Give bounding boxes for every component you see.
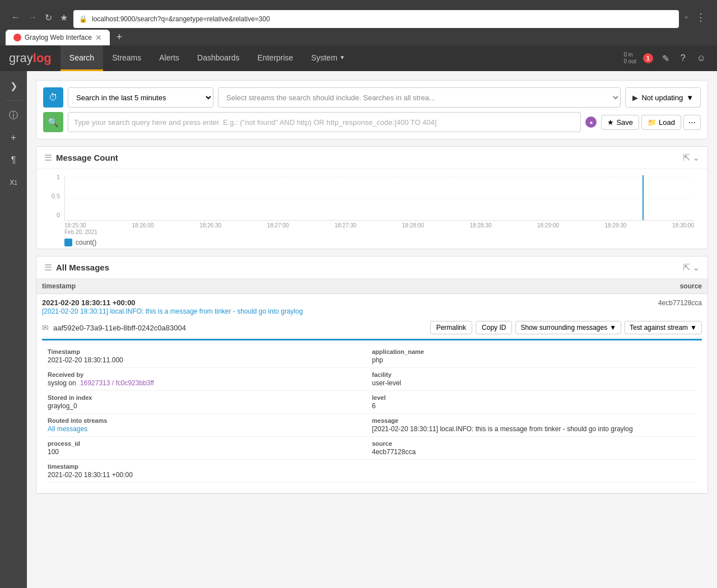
test-against-stream-btn[interactable]: Test against stream ▼	[625, 321, 702, 334]
field-facility: facility user-level	[372, 368, 696, 391]
x-axis-label-9: 18:30:00	[672, 222, 694, 228]
show-surrounding-btn[interactable]: Show surrounding messages ▼	[515, 321, 621, 334]
logo-gray: gray	[9, 51, 33, 66]
tab-close-button[interactable]: ✕	[95, 33, 102, 42]
all-messages-expand-icon[interactable]: ⇱	[683, 262, 690, 273]
y-axis-max: 1	[57, 174, 60, 180]
drag-icon: ☰	[44, 153, 52, 163]
time-range-select[interactable]: Search in the last 5 minutes	[68, 87, 213, 108]
message-count-card: ☰ Message Count ⇱ ⌄ 1 0.5 0	[36, 146, 708, 249]
nav-item-alerts[interactable]: Alerts	[150, 45, 188, 71]
message-top: 2021-02-20 18:30:11 +00:00 4ecb77128cca …	[36, 294, 707, 318]
x-axis-label-5: 18:28:00	[402, 222, 424, 228]
x-axis-label-4: 18:27:30	[334, 222, 356, 228]
message-row: 2021-02-20 18:30:11 +00:00 4ecb77128cca …	[36, 294, 707, 493]
nav-item-search[interactable]: Search	[60, 45, 103, 71]
nav-item-dashboards[interactable]: Dashboards	[188, 45, 249, 71]
search-execute-btn[interactable]: 🔍	[43, 112, 63, 132]
chart-container: 1 0.5 0	[36, 169, 707, 249]
time-range-toggle-btn[interactable]: ⏱	[43, 87, 63, 108]
info-btn[interactable]: ⓘ	[3, 105, 24, 125]
paragraph-btn[interactable]: ¶	[3, 150, 24, 170]
x-axis-label-1: 18:26:00	[132, 222, 154, 228]
more-options-btn[interactable]: ⋯	[683, 115, 701, 130]
load-btn[interactable]: 📁 Load	[641, 115, 681, 130]
add-btn[interactable]: +	[3, 128, 24, 148]
back-button[interactable]: ←	[9, 11, 22, 24]
subscript-btn[interactable]: X1	[3, 172, 24, 193]
field-source: source 4ecb77128cca	[372, 437, 696, 460]
help-icon[interactable]: ?	[678, 51, 688, 66]
x-axis-label-7: 18:29:00	[537, 222, 559, 228]
user-icon[interactable]: ☺	[695, 51, 708, 66]
x-axis-label-3: 18:27:00	[267, 222, 289, 228]
sidebar-divider-1	[5, 100, 22, 101]
x-axis-label-8: 18:29:30	[605, 222, 627, 228]
message-meta: 2021-02-20 18:30:11 +00:00 4ecb77128cca	[42, 298, 702, 307]
copy-id-btn[interactable]: Copy ID	[476, 321, 512, 334]
show-surrounding-dropdown-icon: ▼	[609, 324, 616, 332]
permalink-btn[interactable]: Permalink	[430, 321, 472, 334]
nav-right: 0 in 0 out 1 ✎ ? ☺	[624, 51, 709, 66]
throughput-counter: 0 in 0 out	[624, 52, 636, 65]
folder-icon: 📁	[648, 118, 657, 127]
chevron-down-icon[interactable]: ⌄	[692, 152, 700, 163]
detail-fields-grid: Timestamp 2021-02-20 18:30:11.000 applic…	[48, 345, 696, 483]
search-hint-btn[interactable]: ●	[585, 116, 597, 128]
gridline-mid	[65, 198, 694, 199]
expand-icon[interactable]: ⇱	[683, 152, 690, 163]
all-messages-card-actions[interactable]: ⇱ ⌄	[683, 262, 700, 273]
field-timestamp: Timestamp 2021-02-20 18:30:11.000	[48, 345, 372, 368]
menu-button[interactable]: ⋮	[693, 10, 708, 25]
all-messages-chevron-icon[interactable]: ⌄	[692, 262, 700, 273]
col-header-source: source	[154, 282, 702, 290]
field-application-name: application_name php	[372, 345, 696, 368]
x-axis-label-2: 18:26:30	[199, 222, 221, 228]
x-axis-label-6: 18:28:30	[469, 222, 491, 228]
nav-item-streams[interactable]: Streams	[103, 45, 150, 71]
lock-icon: 🔒	[79, 15, 87, 23]
legend-color-box	[64, 239, 72, 246]
nav-item-system[interactable]: System ▼	[302, 45, 354, 71]
not-updating-dropdown-icon: ▼	[686, 94, 693, 102]
search-query-input[interactable]	[68, 112, 581, 132]
chart-area	[64, 176, 694, 221]
message-id-row: ✉ aaf592e0-73a9-11eb-8bff-0242c0a83004 P…	[36, 318, 707, 339]
routed-streams-list: All messages	[48, 425, 372, 433]
reload-button[interactable]: ↻	[43, 11, 54, 24]
streams-select[interactable]: Select streams the search should include…	[218, 87, 621, 108]
all-messages-stream-link[interactable]: All messages	[48, 425, 87, 433]
app-logo: graylog	[9, 51, 52, 66]
sidebar: ❯ ⓘ + ¶ X1	[0, 71, 27, 588]
message-detail: Timestamp 2021-02-20 18:30:11.000 applic…	[42, 339, 702, 487]
forward-button[interactable]: →	[26, 11, 39, 24]
tab-favicon	[13, 34, 21, 41]
bookmark-button[interactable]: ★	[58, 11, 70, 24]
not-updating-btn[interactable]: ▶ Not updating ▼	[625, 87, 701, 108]
address-bar[interactable]: localhost:9000/search?q=&rangetype=relat…	[92, 15, 673, 23]
card-actions[interactable]: ⇱ ⌄	[683, 152, 700, 163]
top-navigation: graylog Search Streams Alerts Dashboards…	[0, 45, 717, 71]
system-dropdown-icon: ▼	[339, 54, 345, 60]
field-routed-streams: Routed into streams All messages	[48, 414, 372, 437]
message-count-header: ☰ Message Count ⇱ ⌄	[36, 147, 707, 169]
new-tab-button[interactable]: +	[111, 29, 128, 45]
all-messages-card: ☰ All Messages ⇱ ⌄ timestamp source	[36, 256, 708, 494]
chart-date: Feb 20, 2021	[64, 229, 700, 235]
edit-icon[interactable]: ✎	[660, 51, 672, 66]
gridline-top	[65, 176, 694, 176]
alert-badge[interactable]: 1	[643, 53, 653, 63]
browser-tab[interactable]: Graylog Web Interface ✕	[6, 30, 110, 45]
nav-item-enterprise[interactable]: Enterprise	[249, 45, 302, 71]
message-timestamp: 2021-02-20 18:30:11 +00:00	[42, 298, 136, 307]
envelope-icon: ✉	[42, 323, 49, 332]
message-log-link[interactable]: [2021-02-20 18:30:11] local.INFO: this i…	[42, 307, 303, 315]
throughput-in: 0 in	[624, 52, 636, 58]
save-btn[interactable]: ★ Save	[601, 115, 639, 130]
messages-table-header: timestamp source	[36, 279, 707, 294]
legend-label: count()	[76, 239, 96, 246]
extensions-button[interactable]: ◦	[682, 11, 690, 24]
collapse-sidebar-btn[interactable]: ❯	[3, 76, 24, 96]
nav-items: Search Streams Alerts Dashboards Enterpr…	[60, 45, 624, 71]
received-by-link[interactable]: 16927313 / fc0c923bb3ff	[80, 379, 154, 387]
